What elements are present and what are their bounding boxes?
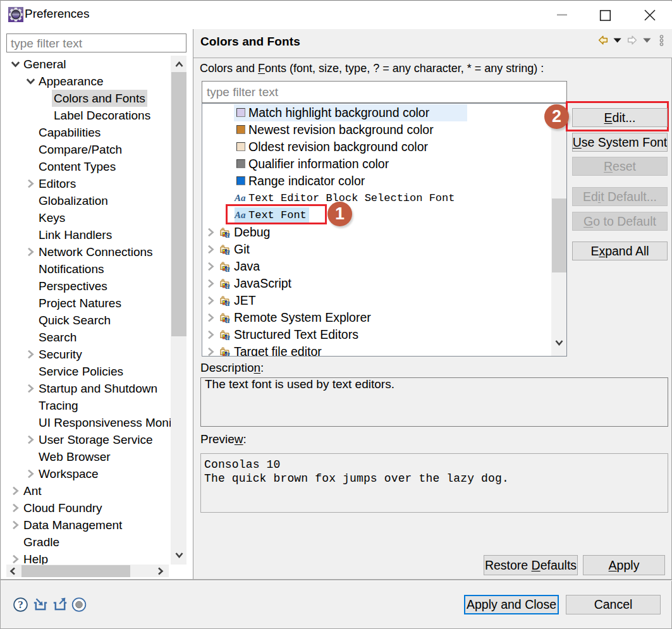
svg-text:a: a [225,229,230,239]
svg-text:a: a [225,331,230,341]
svg-text:a: a [225,280,230,290]
svg-text:a: a [225,314,230,324]
svg-text:?: ? [18,599,23,611]
svg-text:a: a [225,246,230,256]
svg-text:a: a [225,348,230,357]
svg-text:a: a [225,263,230,273]
svg-text:a: a [225,297,230,307]
